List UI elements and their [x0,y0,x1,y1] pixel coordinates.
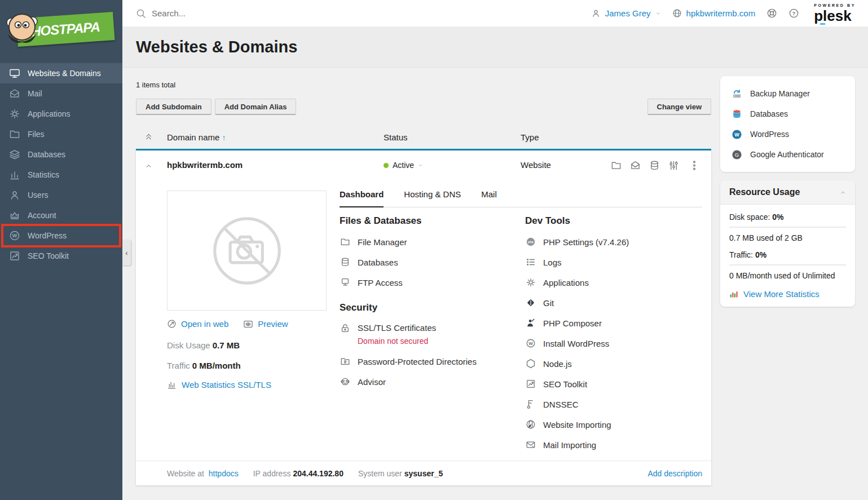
resource-usage-header[interactable]: Resource Usage [720,180,855,205]
status-dropdown[interactable]: Active [384,161,423,170]
traffic-row: Traffic: 0% [729,245,846,266]
password-protected-directories-item[interactable]: Password-Protected Directories [340,351,512,371]
domain-card-body: Open in web Preview Disk Usage0.7 MB Tra… [136,181,711,462]
logs-item[interactable]: Logs [525,252,711,272]
domain-row: hpkbwritermb.com Active Website [136,151,711,181]
databases-shortcut[interactable]: Databases [720,104,855,124]
sidebar-item-seo-toolkit[interactable]: SEO Toolkit [0,246,122,266]
person-icon [591,8,601,18]
user-menu[interactable]: James Grey [591,8,661,18]
change-view-button[interactable]: Change view [647,99,711,115]
system-user: System usersysuser_5 [358,469,443,478]
git-icon [525,298,536,308]
svg-text:W: W [12,233,17,238]
sidebar-item-files[interactable]: Files [0,124,122,144]
column-header-domain[interactable]: Domain name ↑ [167,132,226,142]
traffic: Traffic0 MB/month [167,361,241,370]
domain-name-cell[interactable]: hpkbwritermb.com [167,160,243,170]
dnssec-item[interactable]: DNSSEC [525,394,711,414]
collapse-row-icon[interactable] [145,162,152,170]
resource-usage-card: Resource Usage Disk space: 0% 0.7 MB use… [720,180,855,307]
sidebar-item-wordpress[interactable]: W WordPress [0,225,122,246]
files-quick-icon[interactable] [611,160,622,171]
sidebar-item-label: SEO Toolkit [28,251,69,260]
collapse-all-icon[interactable] [144,132,153,141]
sidebar-item-applications[interactable]: Applications [0,104,122,124]
git-item[interactable]: Git [525,293,711,313]
applications-item[interactable]: Applications [525,272,711,293]
active-domain-link[interactable]: hpkbwritermb.com [672,8,756,18]
backup-manager-shortcut[interactable]: Backup Manager [720,83,855,104]
website-at: Website at httpdocs [167,469,239,478]
google-authenticator-shortcut[interactable]: G Google Authenticator [720,144,855,165]
hostpapa-logo[interactable]: HOSTPAPA [0,0,122,59]
tab-mail[interactable]: Mail [481,189,497,207]
ftp-access-item[interactable]: FTP Access [340,272,512,293]
lock-icon [340,323,351,333]
preview-link[interactable]: Preview [243,319,288,329]
table-header: Domain name ↑ Status Type [136,127,711,149]
add-subdomain-button[interactable]: Add Subdomain [136,99,212,115]
ip-address: IP address204.44.192.80 [253,469,343,478]
seo-toolkit-item[interactable]: SEO Toolkit [525,374,711,394]
mail-import-icon [525,440,536,450]
web-statistics-link[interactable]: Web Statistics SSL/TLS [167,380,271,390]
sidebar-item-mail[interactable]: Mail [0,83,122,104]
add-domain-alias-button[interactable]: Add Domain Alias [215,99,297,115]
svg-text:G: G [735,151,739,157]
sidebar-item-label: Websites & Domains [28,69,101,78]
sidebar-item-account[interactable]: Account [0,205,122,225]
wordpress-shortcut[interactable]: W WordPress [720,124,855,144]
add-description-link[interactable]: Add description [647,469,702,478]
databases-item[interactable]: Databases [340,252,512,272]
svg-text:?: ? [792,10,796,16]
open-in-web-icon [167,319,177,329]
help-icon[interactable]: ? [788,8,799,19]
nodejs-item[interactable]: Node.js [525,353,711,374]
more-actions-kebab-icon[interactable] [692,160,697,171]
sidebar-item-label: Users [28,191,49,200]
sidebar-item-label: Statistics [28,170,59,179]
site-screenshot-placeholder [167,191,327,311]
support-lifering-icon[interactable] [766,8,777,19]
tab-hosting-dns[interactable]: Hosting & DNS [404,189,461,207]
open-in-web-link[interactable]: Open in web [167,319,228,329]
sidebar-item-statistics[interactable]: Statistics [0,165,122,185]
php-composer-item[interactable]: PHP Composer [525,313,711,333]
chevron-down-icon [418,163,423,168]
view-more-statistics-link[interactable]: View More Statistics [729,289,846,299]
ip-value: 204.44.192.80 [293,469,343,478]
sidebar-collapse-handle[interactable]: ‹ [122,240,131,266]
search-input[interactable] [152,8,298,18]
layers-icon [9,149,20,160]
globe-import-icon [525,419,536,430]
php-settings-item[interactable]: php PHP Settings (v7.4.26) [525,232,711,252]
traffic-value: 0 MB/month [192,361,241,370]
install-wordpress-item[interactable]: W Install WordPress [525,333,711,353]
wordpress-icon: W [525,338,536,348]
advisor-item[interactable]: Advisor [340,371,512,392]
mail-importing-item[interactable]: Mail Importing [525,435,711,455]
protected-folder-icon [340,356,351,366]
sidebar-item-users[interactable]: Users [0,185,122,205]
status-dot [384,163,389,168]
file-manager-item[interactable]: File Manager [340,232,512,252]
mail-quick-icon[interactable] [630,160,641,171]
ssl-certificates-item[interactable]: SSL/TLS Certificates Domain not secured [340,318,512,351]
website-importing-item[interactable]: Website Importing [525,414,711,435]
web-stats-bars-icon [167,380,177,390]
ssl-warning: Domain not secured [358,337,436,346]
plesk-wordmark: plesk [814,7,852,24]
tab-dashboard[interactable]: Dashboard [340,189,384,207]
docroot-link[interactable]: httpdocs [209,469,239,478]
composer-icon [525,318,536,328]
php-icon: php [525,237,536,247]
logs-list-icon [525,257,536,267]
hostpapa-wordmark: HOSTPAPA [30,19,100,39]
settings-sliders-icon[interactable] [668,160,679,171]
sidebar-item-websites-domains[interactable]: Websites & Domains [0,63,122,83]
database-quick-icon[interactable] [649,160,660,171]
sidebar-item-databases[interactable]: Databases [0,144,122,165]
traffic-pct: 0% [755,250,766,259]
powered-by-label: POWERED BY [814,3,856,7]
